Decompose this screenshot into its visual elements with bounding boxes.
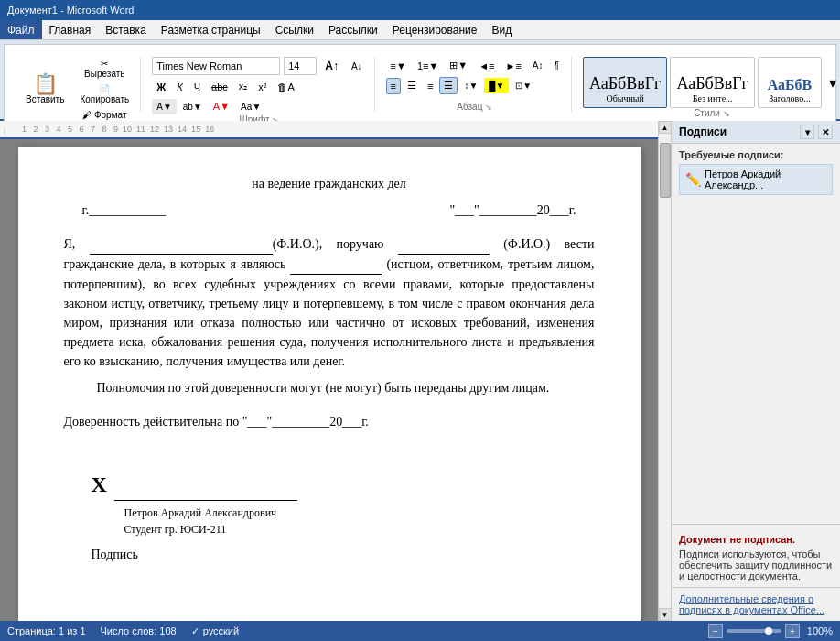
menu-mailings[interactable]: Рассылки bbox=[321, 20, 385, 39]
align-right-button[interactable]: ≡ bbox=[423, 78, 437, 94]
menu-layout[interactable]: Разметка страницы bbox=[154, 20, 268, 39]
ruler: | 1 2 3 4 5 6 7 8 9 10 11 12 13 14 15 16 bbox=[0, 121, 658, 139]
justify-button[interactable]: ☰ bbox=[439, 77, 458, 94]
ribbon: 📋 Вставить ✂ Вырезать 📄 Копировать 🖌 Фор… bbox=[0, 40, 840, 121]
doc-title: на ведение гражданских дел bbox=[252, 177, 406, 190]
title-bar: Документ1 - Microsoft Word bbox=[0, 0, 840, 20]
doc-body: Я, (Ф.И.О.), поручаю (Ф.И.О.) вести граж… bbox=[64, 234, 595, 564]
signer-name: Петров Аркадий Александр... bbox=[705, 168, 826, 190]
font-color-button[interactable]: A▼ bbox=[209, 98, 234, 114]
sig-label: Подпись bbox=[92, 548, 138, 561]
strikethrough-button[interactable]: abc bbox=[207, 79, 232, 95]
shrink-font-button[interactable]: A↓ bbox=[347, 59, 367, 74]
style-heading-button[interactable]: АаБбВ Заголово... bbox=[758, 57, 822, 108]
font-name-input[interactable] bbox=[152, 57, 280, 75]
page-info: Страница: 1 из 1 bbox=[7, 625, 86, 636]
sidebar-close-button[interactable]: ✕ bbox=[818, 125, 833, 139]
menu-view[interactable]: Вид bbox=[484, 20, 519, 39]
sidebar-info-link[interactable]: Дополнительные сведения о подписях в док… bbox=[679, 593, 824, 615]
numbering-button[interactable]: 1≡▼ bbox=[413, 58, 443, 74]
scroll-thumb[interactable] bbox=[660, 143, 671, 198]
bullets-button[interactable]: ≡▼ bbox=[386, 58, 411, 74]
signer-entry[interactable]: ✏️ Петров Аркадий Александр... bbox=[679, 164, 833, 195]
zoom-out-button[interactable]: − bbox=[708, 624, 723, 638]
word-count-text: Число слов: 108 bbox=[101, 625, 177, 636]
clear-format-button[interactable]: 🗑A bbox=[273, 79, 298, 95]
menu-file[interactable]: Файл bbox=[0, 20, 42, 39]
signature-section: Х Петров Аркадий Александрович Студент г… bbox=[64, 468, 595, 564]
scroll-up-button[interactable]: ▲ bbox=[659, 121, 672, 134]
required-signatures-section: Требуемые подписи: ✏️ Петров Аркадий Але… bbox=[672, 144, 840, 201]
required-sig-title: Требуемые подписи: bbox=[679, 149, 833, 160]
paragraph-group-label: Абзац ↘ bbox=[457, 102, 492, 112]
ribbon-group-clipboard: 📋 Вставить ✂ Вырезать 📄 Копировать 🖌 Фор… bbox=[12, 57, 141, 112]
highlight-button[interactable]: ab▼ bbox=[178, 99, 207, 114]
title-text: Документ1 - Microsoft Word bbox=[7, 5, 134, 16]
style-normal-button[interactable]: АаБбВвГг Обычный bbox=[583, 57, 668, 108]
vertical-scrollbar[interactable]: ▲ ▼ bbox=[658, 121, 671, 621]
zoom-in-button[interactable]: + bbox=[785, 624, 800, 638]
language-text: русский bbox=[203, 625, 239, 636]
zoom-controls: − + 100% bbox=[708, 624, 833, 638]
styles-group-label: Стили ↘ bbox=[694, 108, 730, 118]
text-effect-button[interactable]: A▼ bbox=[152, 99, 177, 114]
signer-icon: ✏️ bbox=[685, 172, 701, 187]
warning-title: Документ не подписан. bbox=[679, 534, 833, 545]
sidebar-title: Подписи bbox=[679, 125, 727, 138]
paste-icon: 📋 bbox=[33, 74, 58, 94]
sig-name-area: Петров Аркадий Александрович Студент гр.… bbox=[124, 505, 595, 538]
menu-insert[interactable]: Вставка bbox=[98, 20, 154, 39]
grow-font-button[interactable]: A↑ bbox=[320, 57, 343, 75]
font-selector: A↑ A↓ bbox=[152, 57, 366, 75]
underline-button[interactable]: Ч bbox=[189, 79, 205, 95]
scroll-track[interactable] bbox=[659, 134, 671, 608]
sidebar-spacer bbox=[672, 201, 840, 520]
zoom-level: 100% bbox=[807, 625, 833, 636]
sidebar-divider bbox=[672, 524, 840, 525]
status-right: − + 100% bbox=[708, 624, 833, 638]
warning-text: Подписи используются, чтобы обеспечить з… bbox=[679, 549, 833, 581]
plaintiff-name-field bbox=[90, 234, 273, 255]
content-area: | 1 2 3 4 5 6 7 8 9 10 11 12 13 14 15 16… bbox=[0, 121, 840, 621]
font-size-change[interactable]: Аа▼ bbox=[236, 99, 265, 114]
ribbon-group-font: A↑ A↓ Ж К Ч abc x₂ x² 🗑A A▼ ab▼ bbox=[145, 57, 374, 112]
sig-x-mark: Х bbox=[92, 468, 107, 501]
align-center-button[interactable]: ☰ bbox=[403, 77, 421, 94]
multilevel-list-button[interactable]: ⊞▼ bbox=[445, 57, 472, 74]
sidebar-options-button[interactable]: ▾ bbox=[800, 125, 814, 139]
zoom-slider[interactable] bbox=[727, 629, 781, 633]
sig-person-name: Петров Аркадий Александрович bbox=[124, 505, 595, 521]
paste-button[interactable]: 📋 Вставить bbox=[19, 64, 70, 115]
sort-button[interactable]: A↕ bbox=[528, 58, 548, 73]
font-size-input[interactable] bbox=[284, 57, 317, 75]
sidebar-warning: Документ не подписан. Подписи используют… bbox=[672, 528, 840, 587]
increase-indent-button[interactable]: ►≡ bbox=[501, 58, 526, 74]
align-left-button[interactable]: ≡ bbox=[386, 78, 401, 94]
decrease-indent-button[interactable]: ◄≡ bbox=[474, 58, 499, 74]
sidebar-info: Дополнительные сведения о подписях в док… bbox=[672, 587, 840, 621]
doc-scroll-area[interactable]: на ведение гражданских дел г.___________… bbox=[0, 139, 658, 621]
scroll-down-button[interactable]: ▼ bbox=[659, 608, 672, 621]
line-spacing-button[interactable]: ↕▼ bbox=[459, 78, 482, 93]
menu-review[interactable]: Рецензирование bbox=[385, 20, 485, 39]
zoom-thumb bbox=[765, 627, 772, 635]
sig-line bbox=[114, 500, 297, 501]
border-button[interactable]: ⊡▼ bbox=[511, 78, 536, 93]
styles-more-button[interactable]: ▾ bbox=[824, 57, 840, 108]
ribbon-group-styles: АаБбВвГг Обычный АаБбВвГг Без инте... Аа… bbox=[576, 57, 840, 112]
doc-paragraph1: Я, (Ф.И.О.), поручаю (Ф.И.О.) вести граж… bbox=[64, 234, 595, 371]
doc-validity-line: Доверенность действительна по "___"_____… bbox=[64, 412, 595, 431]
superscript-button[interactable]: x² bbox=[253, 79, 271, 95]
copy-button[interactable]: 📄 Копировать bbox=[76, 82, 133, 106]
cut-button[interactable]: ✂ Вырезать bbox=[76, 57, 133, 81]
style-no-spacing-button[interactable]: АаБбВвГг Без инте... bbox=[670, 57, 755, 108]
show-hide-button[interactable]: ¶ bbox=[550, 58, 564, 73]
doc-title-line: на ведение гражданских дел bbox=[64, 174, 595, 193]
italic-button[interactable]: К bbox=[172, 79, 187, 95]
subscript-button[interactable]: x₂ bbox=[234, 78, 253, 95]
shading-button[interactable]: █▼ bbox=[484, 78, 509, 93]
bold-button[interactable]: Ж bbox=[152, 79, 170, 95]
menu-home[interactable]: Главная bbox=[42, 20, 99, 39]
menu-references[interactable]: Ссылки bbox=[268, 20, 321, 39]
format-painter-button[interactable]: 🖌 Формат bbox=[76, 108, 133, 122]
